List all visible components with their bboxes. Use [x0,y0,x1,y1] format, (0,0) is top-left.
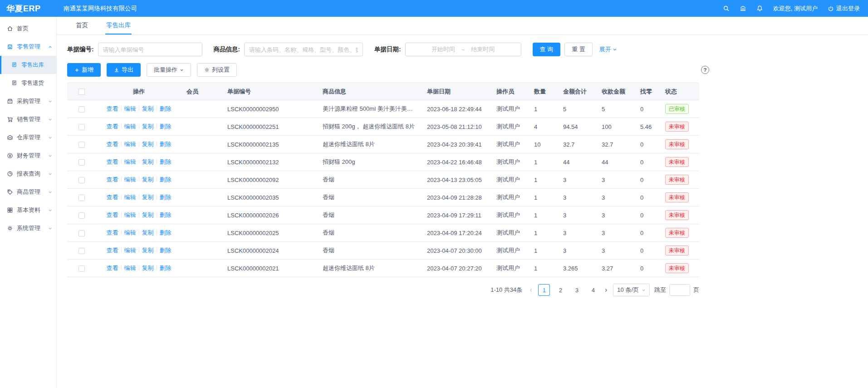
page-button-2[interactable]: 2 [554,284,566,296]
view-link[interactable]: 查看 [107,229,118,236]
view-link[interactable]: 查看 [107,158,118,165]
received-amount-cell: 5 [597,100,636,118]
copy-link[interactable]: 复制 [142,211,154,218]
edit-link[interactable]: 编辑 [124,123,136,130]
sidebar-item-retail-management[interactable]: 零售管理 [0,38,56,56]
view-link[interactable]: 查看 [107,141,118,147]
copy-link[interactable]: 复制 [142,247,154,254]
page-button-3[interactable]: 3 [571,284,583,296]
sidebar-item-home[interactable]: 首页 [0,20,56,38]
delete-link[interactable]: 删除 [160,176,172,183]
view-link[interactable]: 查看 [107,211,118,218]
reset-button[interactable]: 重 置 [564,43,593,56]
copy-link[interactable]: 复制 [142,141,154,147]
bill-code-cell: LSCK00000002135 [223,136,318,153]
row-checkbox[interactable] [78,195,85,201]
copy-link[interactable]: 复制 [142,265,154,271]
view-link[interactable]: 查看 [107,265,118,271]
status-cell: 未审核 [661,242,699,260]
sidebar-item-retail-return[interactable]: 零售退货 [0,74,56,92]
view-link[interactable]: 查看 [107,194,118,201]
page-button-1[interactable]: 1 [538,284,550,296]
copy-link[interactable]: 复制 [142,105,154,112]
building-icon[interactable] [740,5,746,12]
search-icon[interactable] [723,5,730,12]
page-size-select[interactable]: 10 条/页 [613,284,650,296]
prev-page-icon[interactable] [529,288,534,293]
row-checkbox[interactable] [78,265,85,272]
sidebar-item-report-query[interactable]: 报表查询 [0,165,56,183]
logout-button[interactable]: 退出登录 [828,5,860,13]
sidebar-item-sales-management[interactable]: 销售管理 [0,110,56,128]
edit-link[interactable]: 编辑 [124,229,136,236]
copy-link[interactable]: 复制 [142,158,154,165]
row-checkbox[interactable] [78,106,85,113]
edit-link[interactable]: 编辑 [124,141,136,147]
copy-link[interactable]: 复制 [142,194,154,201]
select-all-checkbox[interactable] [78,88,85,95]
edit-link[interactable]: 编辑 [124,158,136,165]
delete-link[interactable]: 删除 [160,158,172,165]
edit-link[interactable]: 编辑 [124,194,136,201]
edit-link[interactable]: 编辑 [124,105,136,112]
delete-link[interactable]: 删除 [160,211,172,218]
bill-no-input[interactable] [98,43,202,56]
view-link[interactable]: 查看 [107,176,118,183]
sidebar-item-system-management[interactable]: 系统管理 [0,219,56,237]
row-checkbox[interactable] [78,142,85,148]
column-settings-button[interactable]: 列设置 [197,63,237,77]
copy-link[interactable]: 复制 [142,176,154,183]
grid-icon [7,207,13,213]
delete-link[interactable]: 删除 [160,141,172,147]
sidebar-item-purchase-management[interactable]: 采购管理 [0,92,56,110]
money-icon [7,152,13,159]
copy-link[interactable]: 复制 [142,123,154,130]
add-button[interactable]: 新增 [67,63,101,77]
help-icon[interactable]: ? [701,66,709,74]
sidebar-item-retail-outbound[interactable]: 零售出库 [0,56,56,74]
sidebar-item-warehouse-management[interactable]: 仓库管理 [0,128,56,147]
sidebar-item-goods-management[interactable]: 商品管理 [0,183,56,201]
status-badge: 未审核 [665,210,689,220]
next-page-icon[interactable] [603,288,608,293]
sidebar-item-finance-management[interactable]: 财务管理 [0,147,56,165]
bill-date-label: 单据日期: [374,45,401,54]
edit-link[interactable]: 编辑 [124,247,136,254]
delete-link[interactable]: 删除 [160,265,172,271]
product-info-input[interactable] [244,43,363,56]
export-button[interactable]: 导出 [107,63,141,77]
row-checkbox[interactable] [78,212,85,219]
view-link[interactable]: 查看 [107,123,118,130]
bill-code-cell: LSCK00000002092 [223,171,318,189]
sidebar-item-basic-data[interactable]: 基本资料 [0,201,56,219]
view-link[interactable]: 查看 [107,105,118,112]
edit-link[interactable]: 编辑 [124,176,136,183]
delete-link[interactable]: 删除 [160,229,172,236]
delete-link[interactable]: 删除 [160,194,172,201]
page-button-4[interactable]: 4 [587,284,599,296]
expand-link[interactable]: 展开 [599,45,617,54]
search-button[interactable]: 查 询 [533,43,561,56]
jump-page-input[interactable] [669,284,690,296]
edit-link[interactable]: 编辑 [124,211,136,218]
delete-link[interactable]: 删除 [160,105,172,112]
row-checkbox[interactable] [78,177,85,183]
date-range-picker[interactable]: 开始时间 ~ 结束时间 [405,43,521,56]
chevron-down-icon [48,190,52,194]
tab-retail-outbound[interactable]: 零售出库 [105,17,132,34]
batch-actions-button[interactable]: 批量操作 [147,63,191,77]
row-checkbox[interactable] [78,159,85,166]
operator-cell: 测试用户 [492,100,530,118]
row-checkbox[interactable] [78,248,85,254]
bell-icon[interactable] [756,5,763,12]
copy-link[interactable]: 复制 [142,229,154,236]
status-badge: 未审核 [665,263,689,273]
row-checkbox[interactable] [78,124,85,130]
delete-link[interactable]: 删除 [160,247,172,254]
tab-bar: 首页 零售出库 [57,17,868,35]
edit-link[interactable]: 编辑 [124,265,136,271]
tab-home[interactable]: 首页 [75,17,89,34]
view-link[interactable]: 查看 [107,247,118,254]
row-checkbox[interactable] [78,230,85,236]
delete-link[interactable]: 删除 [160,123,172,130]
